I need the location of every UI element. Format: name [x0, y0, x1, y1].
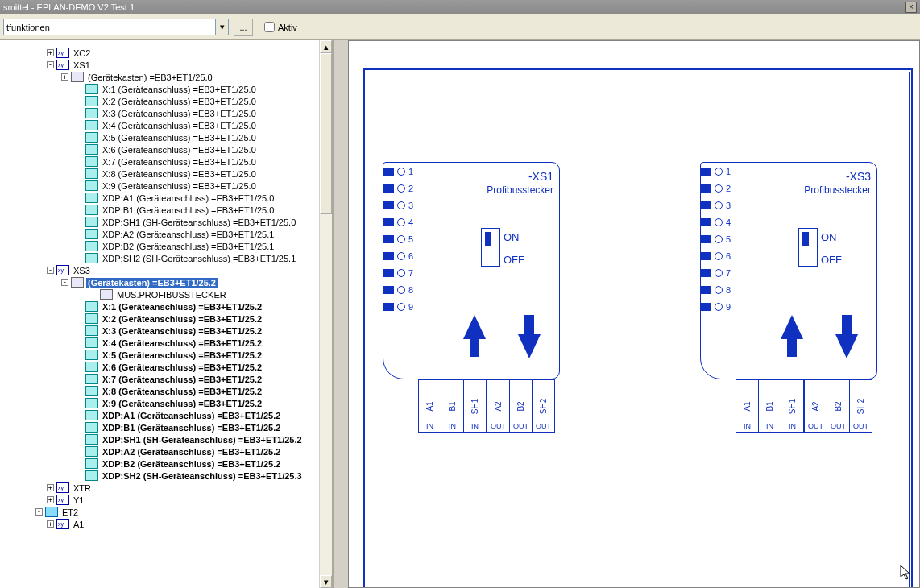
tree-item[interactable]: X:1 (Geräteanschluss) =EB3+ET1/25.0 — [13, 83, 332, 95]
tree-item[interactable]: +XC2 — [13, 47, 332, 59]
collapse-icon[interactable]: - — [35, 508, 43, 516]
filter-combo[interactable]: tfunktionen ▾ — [3, 19, 229, 35]
aktiv-checkbox[interactable]: Aktiv — [264, 22, 297, 32]
tree-item[interactable]: XDP:B2 (Geräteanschluss) =EB3+ET1/25.1 — [13, 240, 332, 252]
pin-square-icon — [700, 201, 711, 209]
tree-item[interactable]: X:9 (Geräteanschluss) =EB3+ET1/25.0 — [13, 180, 332, 192]
pin-number: 4 — [726, 217, 731, 227]
collapse-icon[interactable]: - — [47, 267, 54, 274]
connector-id: -XS3 — [846, 170, 871, 183]
tree-item[interactable]: XDP:SH1 (SH-Geräteanschluss) =EB3+ET1/25… — [13, 216, 332, 228]
connector-subtitle: Profibusstecker — [804, 184, 871, 196]
tree-item[interactable]: X:1 (Geräteanschluss) =EB3+ET1/25.2 — [13, 300, 332, 313]
structure-icon — [56, 48, 69, 58]
toolbar: tfunktionen ▾ ... Aktiv — [0, 14, 920, 40]
ellipsis-button[interactable]: ... — [234, 19, 253, 36]
pin-number: 1 — [408, 167, 413, 176]
tree-item[interactable]: +A1 — [13, 518, 332, 530]
tree-item[interactable]: X:5 (Geräteanschluss) =EB3+ET1/25.0 — [13, 131, 332, 143]
tree-item[interactable]: +(Gerätekasten) =EB3+ET1/25.0 — [13, 71, 332, 83]
tree-item[interactable]: -ET2 — [13, 506, 332, 518]
pin-number: 6 — [726, 251, 731, 261]
dip-switch — [481, 228, 500, 267]
drawing-canvas[interactable]: -XS1 Profibusstecker ON OFF A1IN B1IN SH… — [348, 40, 920, 588]
pin-row: 6 — [383, 251, 413, 261]
switch-off-label: OFF — [821, 254, 842, 266]
tree-item[interactable]: X:4 (Geräteanschluss) =EB3+ET1/25.2 — [13, 337, 332, 349]
connector-xs1[interactable]: -XS1 Profibusstecker ON OFF A1IN B1IN SH… — [383, 162, 560, 437]
tree-item-label: XDP:B1 (Geräteanschluss) =EB3+ET1/25.2 — [101, 423, 282, 433]
pin-number: 8 — [408, 285, 413, 295]
expand-icon[interactable]: + — [47, 520, 54, 528]
tree-item[interactable]: XDP:B1 (Geräteanschluss) =EB3+ET1/25.2 — [13, 421, 332, 433]
expand-icon[interactable]: + — [47, 49, 54, 56]
connection-icon — [85, 386, 98, 396]
tree-item[interactable]: X:9 (Geräteanschluss) =EB3+ET1/25.2 — [13, 397, 332, 409]
collapse-icon[interactable]: - — [61, 279, 68, 286]
scroll-down-icon[interactable]: ▾ — [320, 575, 332, 588]
chevron-down-icon[interactable]: ▾ — [215, 19, 228, 35]
tree-item[interactable]: X:2 (Geräteanschluss) =EB3+ET1/25.0 — [13, 95, 332, 107]
aktiv-label: Aktiv — [278, 23, 297, 32]
pin-number: 9 — [408, 302, 413, 312]
tree-item[interactable]: XDP:B1 (Geräteanschluss) =EB3+ET1/25.0 — [13, 204, 332, 216]
tree-item[interactable]: XDP:SH2 (SH-Geräteanschluss) =EB3+ET1/25… — [13, 470, 332, 482]
tree-item-label: XDP:B2 (Geräteanschluss) =EB3+ET1/25.2 — [101, 459, 282, 469]
tree-item[interactable]: X:3 (Geräteanschluss) =EB3+ET1/25.2 — [13, 325, 332, 337]
devicebox-icon — [71, 277, 84, 288]
scroll-up-icon[interactable]: ▴ — [320, 40, 332, 53]
pin-row: 3 — [383, 201, 413, 210]
pin-row: 5 — [700, 234, 731, 244]
pin-circle-icon — [397, 168, 405, 176]
tree-item[interactable]: -(Gerätekasten) =EB3+ET1/25.2 — [13, 276, 332, 288]
collapse-icon[interactable]: - — [47, 61, 54, 68]
vertical-scrollbar[interactable]: ▴ ▾ — [319, 40, 332, 588]
tree-item[interactable]: X:8 (Geräteanschluss) =EB3+ET1/25.0 — [13, 168, 332, 180]
structure-icon — [56, 482, 69, 493]
tree-item[interactable]: XDP:SH2 (SH-Geräteanschluss) =EB3+ET1/25… — [13, 252, 332, 264]
tree-item[interactable]: XDP:A2 (Geräteanschluss) =EB3+ET1/25.2 — [13, 445, 332, 458]
tree-item[interactable]: -XS3 — [13, 264, 332, 276]
tree-item[interactable]: X:6 (Geräteanschluss) =EB3+ET1/25.2 — [13, 361, 332, 373]
tree-item[interactable]: MUS.PROFIBUSSTECKER — [13, 288, 332, 300]
tree-item[interactable]: XDP:A2 (Geräteanschluss) =EB3+ET1/25.1 — [13, 228, 332, 240]
pin-square-icon — [700, 286, 711, 294]
connector-xs3[interactable]: -XS3 Profibusstecker ON OFF A1IN B1IN SH… — [700, 162, 877, 437]
scroll-thumb[interactable] — [320, 53, 332, 214]
expand-icon[interactable]: + — [47, 484, 54, 491]
tree-item[interactable]: XDP:A1 (Geräteanschluss) =EB3+ET1/25.0 — [13, 192, 332, 204]
tree-item[interactable]: XDP:A1 (Geräteanschluss) =EB3+ET1/25.2 — [13, 409, 332, 421]
pin-circle-icon — [715, 184, 723, 193]
pin-square-icon — [700, 184, 711, 193]
tree-item[interactable]: X:7 (Geräteanschluss) =EB3+ET1/25.2 — [13, 373, 332, 385]
tree-item[interactable]: X:2 (Geräteanschluss) =EB3+ET1/25.2 — [13, 313, 332, 325]
pin-circle-icon — [397, 286, 405, 294]
connection-icon — [85, 374, 98, 384]
tree-item[interactable]: +XTR — [13, 482, 332, 494]
tree-item-label: X:8 (Geräteanschluss) =EB3+ET1/25.2 — [101, 387, 263, 396]
tree-item[interactable]: X:6 (Geräteanschluss) =EB3+ET1/25.0 — [13, 143, 332, 155]
tree-item[interactable]: X:3 (Geräteanschluss) =EB3+ET1/25.0 — [13, 107, 332, 119]
tree-item-label: X:9 (Geräteanschluss) =EB3+ET1/25.2 — [101, 399, 263, 408]
pin-circle-icon — [715, 303, 723, 311]
tree-item[interactable]: X:7 (Geräteanschluss) =EB3+ET1/25.0 — [13, 155, 332, 168]
tree-item[interactable]: +Y1 — [13, 494, 332, 506]
aktiv-check-input[interactable] — [264, 22, 275, 32]
tree-item[interactable]: XDP:B2 (Geräteanschluss) =EB3+ET1/25.2 — [13, 458, 332, 470]
tree-item-label: X:2 (Geräteanschluss) =EB3+ET1/25.0 — [101, 97, 258, 106]
pin-circle-icon — [715, 286, 723, 294]
tree-item[interactable]: X:4 (Geräteanschluss) =EB3+ET1/25.0 — [13, 119, 332, 131]
tree-item[interactable]: X:5 (Geräteanschluss) =EB3+ET1/25.2 — [13, 349, 332, 361]
connection-icon — [85, 132, 98, 143]
expand-icon[interactable]: + — [61, 73, 68, 81]
tree-item[interactable]: XDP:SH1 (SH-Geräteanschluss) =EB3+ET1/25… — [13, 433, 332, 445]
tree-item[interactable]: X:8 (Geräteanschluss) =EB3+ET1/25.2 — [13, 385, 332, 397]
pin-number: 3 — [408, 201, 413, 210]
tree-item-label: X:3 (Geräteanschluss) =EB3+ET1/25.0 — [101, 109, 258, 118]
pin-circle-icon — [397, 218, 405, 226]
pin-square-icon — [383, 286, 394, 294]
pin-number: 8 — [726, 285, 731, 295]
tree-item[interactable]: -XS1 — [13, 59, 332, 71]
expand-icon[interactable]: + — [47, 496, 54, 503]
close-icon[interactable]: × — [905, 2, 917, 13]
